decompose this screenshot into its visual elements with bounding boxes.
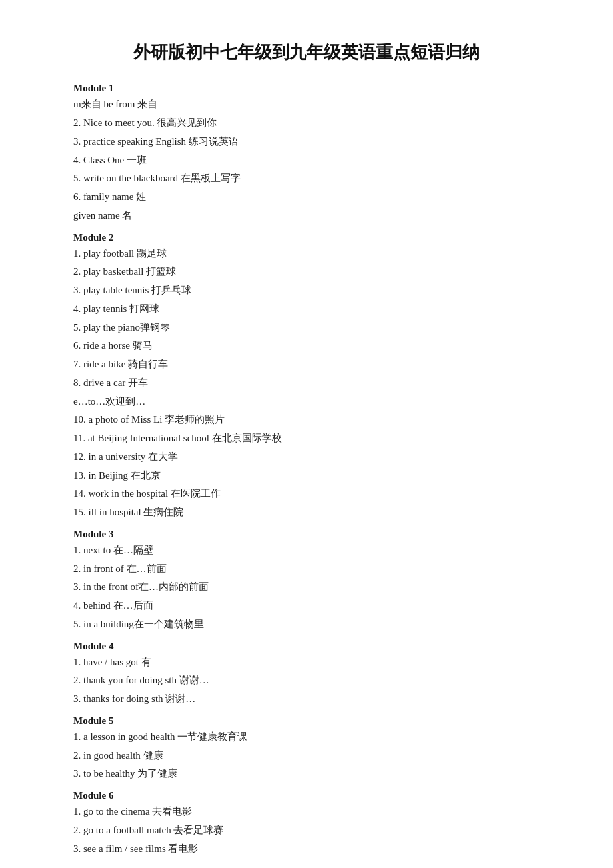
module-title-module3: Module 3 <box>73 529 540 540</box>
content-line: 7. ride a bike 骑自行车 <box>73 355 540 374</box>
content-line: 6. family name 姓 <box>73 188 540 207</box>
content-line: 3. practice speaking English 练习说英语 <box>73 133 540 151</box>
module-module2: Module 21. play football 踢足球2. play bask… <box>73 232 540 522</box>
content-line: 8. drive a car 开车 <box>73 374 540 393</box>
content-line: 2. in front of 在…前面 <box>73 560 540 579</box>
module-module4: Module 41. have / has got 有2. thank you … <box>73 641 540 709</box>
content-line: 1. play football 踢足球 <box>73 245 540 263</box>
content-line: 2. go to a football match 去看足球赛 <box>73 821 540 840</box>
content-line: 2. Nice to meet you. 很高兴见到你 <box>73 114 540 133</box>
content-line: 2. play basketball 打篮球 <box>73 263 540 281</box>
content-line: 4. behind 在…后面 <box>73 597 540 615</box>
modules-container: Module 1m来自 be from 来自2. Nice to meet yo… <box>73 83 540 858</box>
content-line: 14. work in the hospital 在医院工作 <box>73 485 540 503</box>
module-module1: Module 1m来自 be from 来自2. Nice to meet yo… <box>73 83 540 225</box>
module-module3: Module 31. next to 在…隔壁2. in front of 在…… <box>73 529 540 634</box>
module-title-module4: Module 4 <box>73 641 540 652</box>
content-line: 1. go to the cinema 去看电影 <box>73 803 540 821</box>
content-line: 4. Class One 一班 <box>73 151 540 170</box>
content-line: 3. see a film / see films 看电影 <box>73 840 540 859</box>
content-line: 3. to be healthy 为了健康 <box>73 765 540 783</box>
content-line: 3. in the front of在…内部的前面 <box>73 578 540 597</box>
module-module6: Module 61. go to the cinema 去看电影2. go to… <box>73 790 540 858</box>
content-line: 4. play tennis 打网球 <box>73 300 540 319</box>
module-title-module5: Module 5 <box>73 715 540 727</box>
content-line: 5. in a building在一个建筑物里 <box>73 615 540 634</box>
module-module5: Module 51. a lesson in good health 一节健康教… <box>73 715 540 783</box>
content-line: 3. thanks for doing sth 谢谢… <box>73 690 540 709</box>
content-line: 5. write on the blackboard 在黑板上写字 <box>73 169 540 188</box>
page: 外研版初中七年级到九年级英语重点短语归纳 Module 1m来自 be from… <box>0 0 613 868</box>
content-line: 13. in Beijing 在北京 <box>73 467 540 485</box>
content-line: 6. ride a horse 骑马 <box>73 337 540 355</box>
content-line: 11. at Beijing International school 在北京国… <box>73 429 540 448</box>
content-line: 3. play table tennis 打乒乓球 <box>73 281 540 300</box>
content-line: given name 名 <box>73 207 540 225</box>
content-line: m来自 be from 来自 <box>73 95 540 114</box>
content-line: 5. play the piano弹钢琴 <box>73 319 540 337</box>
module-title-module2: Module 2 <box>73 232 540 243</box>
content-line: 15. ill in hospital 生病住院 <box>73 503 540 522</box>
module-title-module1: Module 1 <box>73 83 540 94</box>
content-line: 1. next to 在…隔壁 <box>73 541 540 560</box>
content-line: 10. a photo of Miss Li 李老师的照片 <box>73 411 540 429</box>
page-title: 外研版初中七年级到九年级英语重点短语归纳 <box>73 40 540 64</box>
content-line: 2. in good health 健康 <box>73 747 540 765</box>
content-line: e…to…欢迎到… <box>73 393 540 411</box>
module-title-module6: Module 6 <box>73 790 540 801</box>
content-line: 12. in a university 在大学 <box>73 448 540 467</box>
content-line: 1. a lesson in good health 一节健康教育课 <box>73 728 540 747</box>
content-line: 1. have / has got 有 <box>73 653 540 672</box>
content-line: 2. thank you for doing sth 谢谢… <box>73 671 540 690</box>
